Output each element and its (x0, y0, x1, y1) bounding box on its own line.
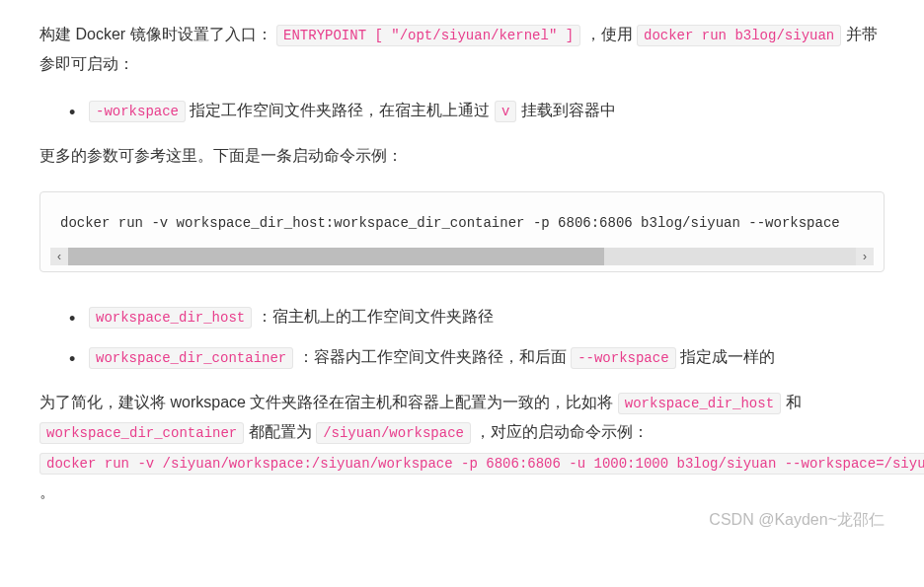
list-2: workspace_dir_host ：宿主机上的工作空间文件夹路径 works… (39, 302, 885, 372)
text: ，使用 (585, 26, 637, 42)
text: 指定工作空间文件夹路径，在宿主机上通过 (190, 102, 494, 118)
code-workspace-host: workspace_dir_host (618, 393, 781, 414)
text: 挂载到容器中 (521, 102, 616, 118)
code-docker-run: docker run b3log/siyuan (637, 25, 841, 46)
code-workspace-container: workspace_dir_container (89, 347, 293, 369)
text: 构建 Docker 镜像时设置了入口： (39, 26, 272, 42)
text: 都配置为 (249, 423, 316, 440)
paragraph-2: 更多的参数可参考这里。下面是一条启动命令示例： (39, 141, 885, 171)
list-item: workspace_dir_host ：宿主机上的工作空间文件夹路径 (69, 302, 885, 331)
text: 指定成一样的 (680, 348, 775, 365)
code-entrypoint: ENTRYPOINT [ "/opt/siyuan/kernel" ] (276, 25, 580, 46)
code-workspace-container: workspace_dir_container (39, 422, 244, 444)
paragraph-3: 为了简化，建议将 workspace 文件夹路径在宿主机和容器上配置为一致的，比… (39, 388, 885, 508)
list-item: workspace_dir_container ：容器内工作空间文件夹路径，和后… (69, 342, 885, 372)
code-block: docker run -v workspace_dir_host:workspa… (39, 191, 885, 273)
scroll-track[interactable] (68, 248, 856, 265)
code-siyuan-path: /siyuan/workspace (316, 422, 471, 444)
list-1: -workspace 指定工作空间文件夹路径，在宿主机上通过 v 挂载到容器中 (39, 96, 885, 125)
scroll-left-button[interactable]: ‹ (50, 248, 68, 265)
scroll-thumb[interactable] (68, 248, 604, 265)
code-full-command: docker run -v /siyuan/workspace:/siyuan/… (39, 453, 924, 475)
text: 。 (39, 483, 55, 500)
text: ：宿主机上的工作空间文件夹路径 (257, 308, 494, 325)
code-workspace-flag: -workspace (89, 101, 186, 122)
scroll-right-button[interactable]: › (856, 248, 874, 265)
text: 和 (786, 394, 802, 410)
code-workspace-flag: --workspace (571, 347, 675, 369)
text: 为了简化，建议将 workspace 文件夹路径在宿主机和容器上配置为一致的，比… (39, 394, 618, 410)
code-workspace-host: workspace_dir_host (89, 307, 252, 329)
code-content: docker run -v workspace_dir_host:workspa… (50, 210, 874, 245)
paragraph-1: 构建 Docker 镜像时设置了入口： ENTRYPOINT [ "/opt/s… (39, 20, 885, 80)
horizontal-scrollbar[interactable]: ‹ › (50, 248, 874, 265)
list-item: -workspace 指定工作空间文件夹路径，在宿主机上通过 v 挂载到容器中 (69, 96, 885, 125)
code-v-flag: v (495, 101, 516, 122)
watermark: CSDN @Kayden~龙邵仁 (709, 505, 885, 535)
text: ，对应的启动命令示例： (475, 423, 649, 440)
text: ：容器内工作空间文件夹路径，和后面 (298, 348, 571, 365)
